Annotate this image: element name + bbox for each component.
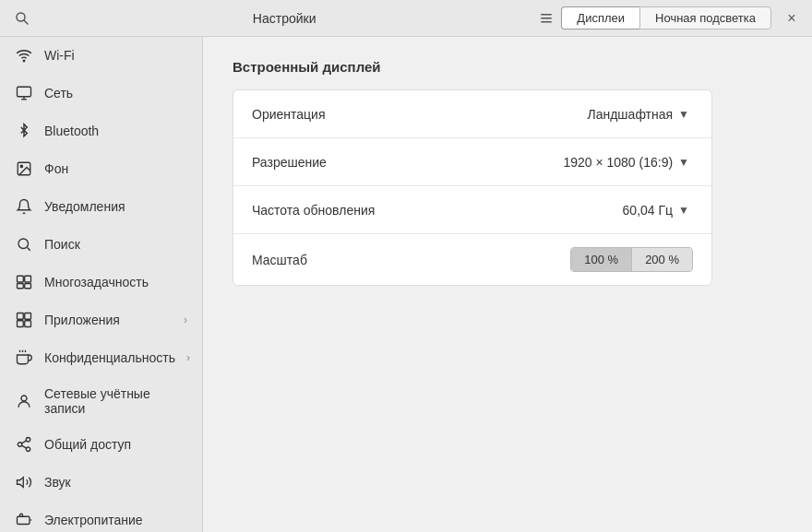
sidebar-item-wifi-label: Wi-Fi <box>44 48 187 63</box>
sidebar-item-network-label: Сеть <box>44 86 187 100</box>
sidebar-item-multitask[interactable]: Многозадачность <box>0 264 202 301</box>
svg-line-29 <box>21 441 26 443</box>
sound-icon <box>15 473 33 491</box>
scale-200-button[interactable]: 200 % <box>632 248 692 271</box>
sidebar-item-power-label: Электропитание <box>44 513 187 527</box>
privacy-icon <box>15 349 33 367</box>
sharing-icon <box>15 435 33 454</box>
sidebar-item-network[interactable]: Сеть <box>0 75 202 112</box>
svg-point-11 <box>18 239 29 249</box>
svg-rect-18 <box>25 313 31 320</box>
resolution-row: Разрешение 1920 × 1080 (16:9) ▼ <box>233 138 711 186</box>
svg-rect-2 <box>541 14 552 16</box>
svg-rect-20 <box>25 321 31 327</box>
svg-line-1 <box>24 20 28 24</box>
menu-button[interactable] <box>531 6 561 31</box>
background-icon <box>15 160 33 178</box>
search-sidebar-icon <box>15 235 33 254</box>
menu-icon <box>539 11 554 26</box>
svg-rect-4 <box>541 21 552 23</box>
refresh-arrow-icon: ▼ <box>678 204 689 217</box>
svg-line-28 <box>21 445 26 448</box>
sidebar-item-notifications[interactable]: Уведомления <box>0 188 202 226</box>
resolution-dropdown[interactable]: 1920 × 1080 (16:9) ▼ <box>559 153 693 171</box>
svg-rect-17 <box>18 313 24 320</box>
svg-point-25 <box>26 438 30 443</box>
close-button[interactable]: × <box>779 6 805 31</box>
refresh-row: Частота обновления 60,04 Гц ▼ <box>233 186 711 234</box>
sidebar-item-bluetooth-label: Bluetooth <box>44 124 187 138</box>
settings-panel: Ориентация Ландшафтная ▼ Разрешение 1920… <box>233 89 712 286</box>
sidebar-item-search-label: Поиск <box>44 237 187 252</box>
svg-marker-30 <box>18 478 24 488</box>
window-title: Настройки <box>37 11 531 26</box>
resolution-arrow-icon: ▼ <box>678 156 689 169</box>
sidebar-item-accounts[interactable]: Сетевые учётные записи <box>0 377 202 426</box>
orientation-selected: Ландшафтная <box>587 107 673 122</box>
scale-label: Масштаб <box>252 253 570 267</box>
sidebar-item-wifi[interactable]: Wi-Fi <box>0 37 202 75</box>
refresh-value: 60,04 Гц ▼ <box>619 201 693 219</box>
sidebar-item-apps-label: Приложения <box>44 313 173 327</box>
sidebar-item-privacy[interactable]: Конфиденциальность › <box>0 339 202 377</box>
power-icon <box>15 511 33 529</box>
network-icon <box>15 84 33 102</box>
scale-row: Масштаб 100 % 200 % <box>233 234 711 285</box>
orientation-dropdown[interactable]: Ландшафтная ▼ <box>583 105 693 124</box>
content-area: Встроенный дисплей Ориентация Ландшафтна… <box>203 37 812 532</box>
svg-point-24 <box>21 396 27 401</box>
sidebar-item-sharing[interactable]: Общий доступ <box>0 426 202 464</box>
main-layout: Wi-Fi Сеть Bluetooth <box>0 37 812 532</box>
refresh-selected: 60,04 Гц <box>623 203 674 218</box>
svg-rect-3 <box>541 18 552 19</box>
apps-icon <box>15 311 33 329</box>
sidebar-item-search[interactable]: Поиск <box>0 226 202 264</box>
sidebar-item-privacy-label: Конфиденциальность <box>44 350 175 365</box>
scale-value: 100 % 200 % <box>570 247 693 272</box>
resolution-label: Разрешение <box>252 155 559 170</box>
sidebar-item-power[interactable]: Электропитание <box>0 502 202 532</box>
sidebar-item-multitask-label: Многозадачность <box>44 275 187 290</box>
notifications-icon <box>15 197 33 216</box>
sidebar-item-sound-label: Звук <box>44 475 187 490</box>
sidebar-item-background[interactable]: Фон <box>0 150 202 188</box>
sidebar-item-notifications-label: Уведомления <box>44 199 187 214</box>
sidebar-item-background-label: Фон <box>44 161 187 176</box>
multitask-icon <box>15 273 33 291</box>
privacy-arrow-icon: › <box>186 351 190 364</box>
sidebar-item-sound[interactable]: Звук <box>0 464 202 502</box>
svg-rect-31 <box>18 516 30 524</box>
section-title: Встроенный дисплей <box>233 59 782 75</box>
sidebar: Wi-Fi Сеть Bluetooth <box>0 37 203 532</box>
svg-rect-19 <box>18 321 24 327</box>
sidebar-item-apps[interactable]: Приложения › <box>0 301 202 339</box>
svg-point-26 <box>18 443 22 447</box>
tab-display[interactable]: Дисплеи <box>561 6 639 30</box>
search-button[interactable] <box>7 6 37 31</box>
refresh-label: Частота обновления <box>252 203 619 218</box>
sidebar-item-sharing-label: Общий доступ <box>44 437 187 452</box>
svg-point-5 <box>23 60 25 62</box>
bluetooth-icon <box>15 122 33 140</box>
tab-nightlight[interactable]: Ночная подсветка <box>639 6 771 30</box>
sidebar-item-accounts-label: Сетевые учётные записи <box>44 386 187 416</box>
orientation-row: Ориентация Ландшафтная ▼ <box>233 90 711 138</box>
orientation-value: Ландшафтная ▼ <box>583 105 693 124</box>
titlebar: Настройки Дисплеи Ночная подсветка × <box>0 0 812 37</box>
orientation-arrow-icon: ▼ <box>678 108 689 121</box>
search-icon <box>15 11 30 26</box>
svg-rect-6 <box>18 87 31 97</box>
tab-group: Дисплеи Ночная подсветка <box>561 6 771 30</box>
svg-line-12 <box>27 247 30 250</box>
refresh-dropdown[interactable]: 60,04 Гц ▼ <box>619 201 693 219</box>
sidebar-item-bluetooth[interactable]: Bluetooth <box>0 112 202 150</box>
svg-point-27 <box>26 447 30 452</box>
scale-100-button[interactable]: 100 % <box>571 248 632 271</box>
resolution-value: 1920 × 1080 (16:9) ▼ <box>559 153 693 171</box>
svg-rect-15 <box>18 284 24 289</box>
apps-arrow-icon: › <box>184 313 187 326</box>
svg-rect-13 <box>18 276 24 282</box>
wifi-icon <box>15 46 33 65</box>
accounts-icon <box>15 392 33 410</box>
svg-point-10 <box>20 165 22 167</box>
